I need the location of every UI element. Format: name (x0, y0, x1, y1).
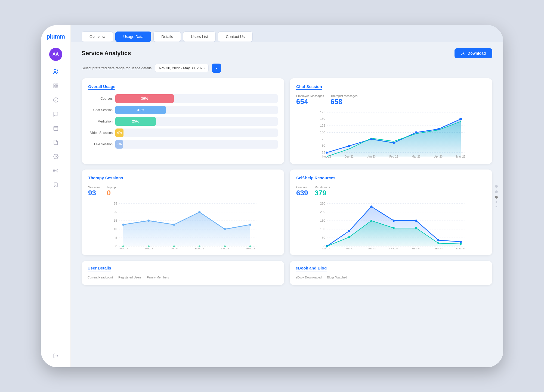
usage-label-video: Video Sessions (88, 131, 113, 135)
stat-value-employee: 654 (296, 98, 324, 106)
tab-usage-data[interactable]: Usage Data (115, 32, 151, 42)
tab-overview[interactable]: Overview (82, 32, 113, 42)
sidebar-icon-broadcast[interactable] (50, 165, 62, 177)
sidebar-icon-e[interactable]: e (50, 94, 62, 106)
svg-point-66 (173, 245, 175, 247)
svg-text:Mar-23: Mar-23 (195, 247, 204, 249)
tab-details[interactable]: Details (153, 32, 181, 42)
indicator-1[interactable] (495, 185, 498, 188)
usage-label-live: Live Session (88, 142, 113, 146)
svg-text:150: 150 (320, 219, 325, 222)
svg-text:Apr-23: Apr-23 (221, 247, 229, 249)
sidebar-icon-calendar[interactable] (50, 122, 62, 134)
svg-marker-57 (123, 212, 250, 246)
stat-label-sessions: Sessions (88, 186, 100, 189)
svg-point-101 (415, 227, 417, 229)
therapy-sessions-card: Therapy Sessions Sessions 93 Top up 0 (82, 170, 284, 255)
stat-label-courses: Courses (296, 186, 308, 189)
stat-label-therapist: Therapist Messages (330, 94, 357, 98)
overall-usage-card: Overall Usage Courses 36% Chat Session (82, 78, 284, 164)
svg-point-67 (199, 245, 200, 247)
date-filter-dropdown-button[interactable] (212, 64, 221, 73)
date-filter-row: Select preferred date range for usage de… (82, 64, 492, 73)
stat-registered-users: Registered Users (118, 276, 141, 279)
download-button[interactable]: Download (455, 48, 492, 58)
tablet-frame: plumm AA e (41, 25, 503, 367)
sidebar-icon-logout[interactable] (50, 350, 62, 362)
usage-bar-fill-live: 3% (115, 140, 123, 149)
stat-label-employee: Employee Messages (296, 94, 324, 98)
svg-text:250: 250 (320, 202, 325, 205)
svg-rect-4 (56, 86, 58, 88)
stat-value-sessions: 93 (88, 189, 100, 197)
svg-text:Apr-23: Apr-23 (434, 155, 443, 158)
usage-row-chat: Chat Session 31% (88, 106, 278, 114)
usage-bar-fill-meditation: 25% (115, 117, 156, 126)
svg-point-36 (437, 128, 440, 130)
svg-rect-1 (54, 84, 55, 85)
usage-row-meditation: Meditation 25% (88, 117, 278, 126)
sidebar-icon-document[interactable] (50, 136, 62, 148)
avatar[interactable]: AA (49, 48, 62, 61)
sidebar-icon-settings[interactable] (50, 150, 62, 162)
user-details-card: User Details Current Headcount Registere… (82, 261, 284, 285)
svg-point-62 (224, 228, 226, 230)
user-details-title: User Details (88, 266, 111, 271)
svg-point-63 (249, 223, 251, 225)
sidebar-icon-bookmark[interactable] (50, 179, 62, 191)
svg-point-99 (370, 219, 372, 221)
sidebar-icon-users[interactable] (50, 66, 62, 78)
svg-point-91 (348, 230, 350, 232)
tab-users-list[interactable]: Users List (183, 32, 216, 42)
usage-bar-bg-meditation: 25% (115, 117, 278, 126)
svg-text:10: 10 (114, 227, 117, 231)
indicator-4[interactable] (496, 201, 497, 203)
indicator-3[interactable] (495, 196, 498, 199)
chat-stats-row: Employee Messages 654 Therapist Messages… (296, 94, 486, 106)
date-filter-input[interactable]: Nov 30, 2022 - May 30, 2023 (155, 64, 209, 72)
svg-text:May-23: May-23 (246, 247, 255, 249)
svg-text:Jan-23: Jan-23 (144, 247, 153, 249)
tab-contact-us[interactable]: Contact Us (218, 32, 252, 42)
svg-point-59 (148, 219, 150, 222)
svg-point-65 (148, 245, 150, 247)
usage-bars: Courses 36% Chat Session 31% (88, 94, 278, 149)
download-label: Download (468, 51, 486, 55)
self-help-chart: 250 200 150 100 50 0 (296, 200, 486, 249)
svg-text:175: 175 (320, 110, 325, 114)
svg-point-68 (224, 245, 226, 247)
stat-sessions: Sessions 93 (88, 186, 100, 197)
stat-courses: Courses 639 (296, 186, 308, 197)
label-ebook-downloaded: eBook Downloaded (296, 276, 322, 279)
indicator-2[interactable] (495, 190, 498, 193)
svg-text:Nov-22: Nov-22 (322, 247, 331, 249)
indicator-5[interactable] (496, 206, 497, 207)
stat-ebook-downloaded: eBook Downloaded (296, 276, 322, 279)
svg-point-94 (415, 219, 417, 222)
svg-point-96 (460, 240, 462, 243)
svg-text:75: 75 (322, 137, 325, 140)
therapy-sessions-title: Therapy Sessions (88, 175, 123, 181)
label-blogs-watched: Blogs Watched (327, 276, 347, 279)
page-title: Service Analytics (82, 50, 131, 57)
self-help-title: Self-help Resources (296, 175, 335, 181)
svg-text:50: 50 (322, 236, 325, 239)
stat-label-meditations: Meditations (314, 186, 330, 189)
svg-text:15: 15 (114, 219, 117, 222)
date-range-value: Nov 30, 2022 - May 30, 2023 (159, 66, 205, 70)
svg-point-32 (348, 145, 350, 147)
svg-text:100: 100 (320, 130, 325, 134)
chat-session-title: Chat Session (296, 84, 322, 90)
app-logo: plumm (47, 33, 65, 40)
usage-bar-bg-chat: 31% (115, 106, 278, 114)
usage-row-live: Live Session 3% (88, 140, 278, 149)
sidebar-icon-grid[interactable] (50, 80, 62, 92)
svg-point-97 (326, 245, 328, 247)
therapy-stats-row: Sessions 93 Top up 0 (88, 186, 278, 197)
sidebar-icon-chat[interactable] (50, 108, 62, 120)
chat-session-card: Chat Session Employee Messages 654 Thera… (290, 78, 492, 164)
svg-text:50: 50 (322, 144, 325, 147)
usage-bar-fill-video: 4% (115, 128, 123, 137)
usage-label-meditation: Meditation (88, 120, 113, 123)
stat-label-topup: Top up (107, 186, 116, 189)
